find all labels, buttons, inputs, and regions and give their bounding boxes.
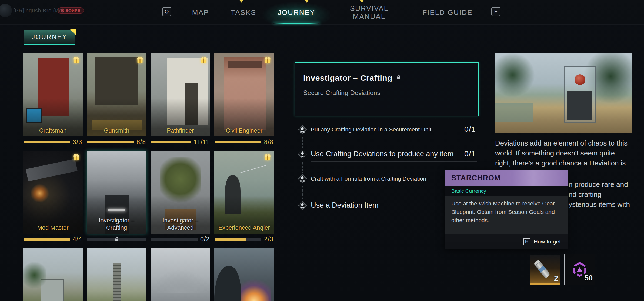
top-nav-bar: [PR]ingush.Bro (Ис) В ЭФИРЕ Q MAP TASKS … xyxy=(0,0,644,25)
journey-card[interactable] xyxy=(87,248,146,301)
reward-count: 2 xyxy=(554,274,558,283)
task-progress: 0/1 xyxy=(464,125,476,134)
starchrom-tooltip: STARCHROM Basic Currency Use at the Wish… xyxy=(445,170,568,249)
card-progress: 0/2 xyxy=(151,235,210,243)
task-text: Use a Deviation Item xyxy=(311,201,379,209)
journey-card-gunsmith[interactable]: Gunsmith 8/8 xyxy=(87,53,146,146)
journey-card-craftsman[interactable]: Craftsman 3/3 xyxy=(23,53,83,146)
card-image xyxy=(151,248,210,301)
card-progress: 2/3 xyxy=(214,235,274,243)
selected-journey-subtitle: Secure Crafting Deviations xyxy=(303,89,380,97)
card-image: Experienced Angler xyxy=(214,151,274,234)
card-image: Pathfinder xyxy=(151,53,210,136)
lock-icon xyxy=(396,75,402,82)
campfire-icon xyxy=(296,123,309,137)
key-hint-e: E xyxy=(491,7,500,16)
deviation-illustration xyxy=(495,53,632,133)
card-progress: 3/3 xyxy=(23,138,83,146)
tooltip-category: Basic Currency xyxy=(445,186,568,196)
tooltip-title: STARCHROM xyxy=(451,174,500,182)
key-hint-q: Q xyxy=(162,7,171,16)
progress-fraction: 11/11 xyxy=(194,138,210,146)
campfire-icon xyxy=(296,199,309,213)
journey-card-civil-engineer[interactable]: Civil Engineer 8/8 xyxy=(214,53,274,146)
card-progress: 11/11 xyxy=(151,138,210,146)
task-row: Put any Crafting Deviation in a Secureme… xyxy=(295,122,479,138)
notification-triangle-icon xyxy=(239,0,243,3)
lock-icon xyxy=(114,236,120,243)
card-progress: 8/8 xyxy=(214,138,274,146)
card-name: Gunsmith xyxy=(87,127,146,134)
key-hint-h: H xyxy=(523,238,530,245)
card-name: Craftsman xyxy=(23,127,83,134)
notification-triangle-icon xyxy=(360,0,364,3)
info-text-fragment: n produce rare and xyxy=(569,180,628,189)
gift-icon xyxy=(72,56,81,65)
gift-icon xyxy=(199,56,208,65)
notification-corner-icon xyxy=(70,29,76,35)
journey-card[interactable] xyxy=(23,248,83,301)
notification-triangle-icon xyxy=(305,0,309,3)
journey-card-pathfinder[interactable]: Pathfinder 11/11 xyxy=(151,53,210,146)
journey-card[interactable] xyxy=(214,248,274,301)
journey-card-mod-master[interactable]: Mod Master 4/4 xyxy=(23,151,83,243)
gift-icon xyxy=(72,153,81,163)
card-image: Mod Master xyxy=(23,151,83,234)
card-image: Civil Engineer xyxy=(214,53,274,136)
live-status-badge: В ЭФИРЕ xyxy=(58,7,84,14)
journey-card-investigator-crafting[interactable]: Investigator – Crafting xyxy=(87,151,146,243)
progress-fraction: 8/8 xyxy=(264,138,273,146)
tooltip-header: STARCHROM xyxy=(445,170,568,186)
progress-fraction: 4/4 xyxy=(73,236,82,243)
card-name: Investigator – Advanced xyxy=(151,217,210,231)
progress-fraction: 2/3 xyxy=(264,236,273,243)
journey-card-experienced-angler[interactable]: Experienced Angler 2/3 xyxy=(214,151,274,243)
journey-card[interactable] xyxy=(151,248,210,301)
campfire-icon xyxy=(296,148,309,161)
progress-fraction: 8/8 xyxy=(136,138,146,146)
tab-survival-manual[interactable]: SURVIVAL MANUAL xyxy=(338,0,400,25)
tab-journey[interactable]: JOURNEY xyxy=(278,0,315,25)
tab-tasks[interactable]: TASKS xyxy=(231,0,256,25)
gift-icon xyxy=(263,56,272,65)
journey-card-investigator-advanced[interactable]: Investigator – Advanced 0/2 xyxy=(151,151,210,243)
how-to-get-action: How to get xyxy=(534,238,561,245)
task-connector-line xyxy=(302,186,303,199)
card-image xyxy=(214,248,274,301)
card-name: Experienced Angler xyxy=(214,224,274,231)
tooltip-footer[interactable]: H How to get xyxy=(445,234,568,249)
avatar xyxy=(0,4,12,17)
task-text: Put any Crafting Deviation in a Secureme… xyxy=(311,126,431,133)
reward-item[interactable]: 2 xyxy=(530,255,560,285)
reward-item-art xyxy=(534,260,550,279)
gift-icon xyxy=(263,153,272,163)
card-progress: 8/8 xyxy=(87,138,146,146)
info-text-fragment: ysterious items with xyxy=(569,200,630,209)
player-name: [PR]ingush.Bro (Ис) xyxy=(13,8,64,14)
info-text-fragment: nd crafting xyxy=(569,190,601,199)
card-name: Civil Engineer xyxy=(214,127,274,134)
task-text: Craft with a Formula from a Crafting Dev… xyxy=(311,175,426,182)
active-tab-underline xyxy=(273,23,319,24)
reward-count: 50 xyxy=(585,274,593,282)
card-name: Pathfinder xyxy=(151,127,210,134)
card-image: Gunsmith xyxy=(87,53,146,136)
info-text-line: Deviations add an element of chaos to th… xyxy=(495,139,628,147)
journey-section-tab[interactable]: JOURNEY xyxy=(24,30,75,45)
journey-screen: [PR]ingush.Bro (Ис) В ЭФИРЕ Q MAP TASKS … xyxy=(0,0,644,301)
info-text-line: world. If something doesn't seem quite xyxy=(495,149,615,157)
task-text: Use Crafting Deviations to produce any i… xyxy=(311,150,453,158)
reward-starchrom[interactable]: 50 xyxy=(564,254,595,285)
selected-journey-panel: Investigator – Crafting Secure Crafting … xyxy=(295,62,479,116)
tab-field-guide[interactable]: FIELD GUIDE xyxy=(415,0,480,25)
task-connector-line xyxy=(302,137,303,148)
task-progress: 0/1 xyxy=(464,150,476,158)
card-image xyxy=(87,248,146,301)
task-row: Use Crafting Deviations to produce any i… xyxy=(295,147,479,163)
tab-map[interactable]: MAP xyxy=(192,0,209,25)
card-image: Craftsman xyxy=(23,53,83,136)
card-image: Investigator – Crafting xyxy=(87,151,146,234)
securement-unit-art xyxy=(564,66,596,123)
progress-fraction: 3/3 xyxy=(73,138,82,146)
card-image: Investigator – Advanced xyxy=(151,151,210,234)
